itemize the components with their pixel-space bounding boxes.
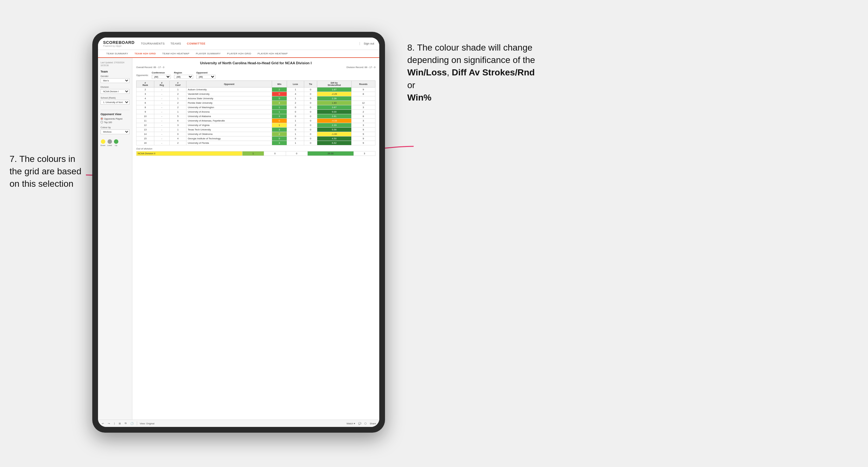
cell-rounds: 3 bbox=[351, 123, 375, 128]
cell-rank: 9 bbox=[136, 110, 154, 114]
table-row: 3 - 2 Vanderbilt University 0 4 0 -2.29 … bbox=[136, 92, 375, 96]
opponent-select[interactable]: (All) bbox=[196, 75, 215, 79]
subnav-player-summary[interactable]: PLAYER SUMMARY bbox=[192, 50, 224, 57]
cell-diff: 4.50 bbox=[317, 136, 351, 141]
division-label: Division bbox=[100, 86, 129, 88]
cell-loss: 1 bbox=[287, 141, 304, 145]
annotation-right: 8. The colour shade will change dependin… bbox=[407, 41, 541, 104]
opponent-view-title: Opponent View bbox=[100, 113, 129, 116]
toolbar-divider bbox=[137, 422, 137, 425]
radio-label-opponents: Opponents Played bbox=[104, 118, 123, 120]
tablet-screen: SCOREBOARD Powered by clippd TOURNAMENTS… bbox=[98, 37, 379, 427]
table-row: 14 - 0 University of Oklahoma 2 1 0 -1.0… bbox=[136, 132, 375, 136]
nav-teams[interactable]: TEAMS bbox=[170, 42, 181, 45]
team-section-title: Team bbox=[100, 70, 129, 73]
cell-tie: 0 bbox=[304, 128, 317, 132]
cell-win: 1 bbox=[272, 105, 287, 110]
division-select[interactable]: NCAA Division I bbox=[100, 89, 129, 94]
school-select[interactable]: 1. University of Nort... bbox=[100, 100, 129, 105]
subnav-team-h2h-grid[interactable]: TEAM H2H GRID bbox=[131, 50, 159, 58]
last-updated: Last Updated: 27/03/2024 16:55:38 bbox=[100, 61, 129, 67]
cell-win: 3 bbox=[272, 114, 287, 119]
cell-opponent: Texas Tech University bbox=[186, 128, 272, 132]
last-updated-date: Last Updated: 27/03/2024 bbox=[100, 61, 124, 64]
comment-btn[interactable]: 💬 bbox=[358, 422, 361, 425]
bottom-toolbar: ↩ ↪ ⟩ ⊞ ⧉ 🕐 View: Original Watch ▾ 💬 ⬡ S… bbox=[98, 419, 379, 427]
watch-btn[interactable]: Watch ▾ bbox=[346, 422, 355, 425]
table-row: 15 - 4 Georgia Institute of Technology 5… bbox=[136, 136, 375, 141]
gender-select[interactable]: Men's bbox=[100, 78, 129, 83]
ood-tie: 0 bbox=[286, 151, 307, 156]
colour-by-label: Colour by bbox=[100, 126, 129, 129]
toolbar-crop[interactable]: ⊞ bbox=[118, 422, 122, 425]
cell-opponent: Florida State University bbox=[186, 101, 272, 105]
cell-reg: - bbox=[154, 141, 169, 145]
radio-opponents-played[interactable]: Opponents Played bbox=[100, 117, 129, 120]
cell-tie: 0 bbox=[304, 119, 317, 123]
subnav-team-summary[interactable]: TEAM SUMMARY bbox=[103, 50, 131, 57]
table-row: 16 - 2 University of Florida 3 1 0 6.62 … bbox=[136, 141, 375, 145]
table-header-row: #Rank #Reg #Conf Opponent Win Loss Tie D… bbox=[136, 81, 375, 88]
overall-record: Overall Record: 89 - 17 - 0 bbox=[136, 66, 164, 69]
cell-rounds: 3 bbox=[351, 105, 375, 110]
last-updated-time: 16:55:38 bbox=[100, 64, 108, 66]
cell-reg: - bbox=[154, 132, 169, 136]
toolbar-redo[interactable]: ↪ bbox=[107, 422, 111, 425]
cell-opponent: Auburn University bbox=[186, 88, 272, 92]
share-btn[interactable]: Share bbox=[370, 422, 376, 425]
cell-loss: 0 bbox=[287, 105, 304, 110]
cell-tie: 0 bbox=[304, 114, 317, 119]
legend-label-up: Up bbox=[115, 145, 117, 146]
cell-rounds: 3 bbox=[351, 119, 375, 123]
conference-select[interactable]: (All) bbox=[152, 75, 171, 79]
nav-committee[interactable]: COMMITTEE bbox=[187, 42, 206, 45]
cell-conf: 6 bbox=[169, 119, 186, 123]
out-of-division-row: NCAA Division II 1 0 0 26.00 3 bbox=[136, 151, 375, 156]
annotation-bold1: Win/Loss bbox=[407, 67, 447, 77]
toolbar-forward[interactable]: ⟩ bbox=[113, 422, 116, 425]
top-nav: SCOREBOARD Powered by clippd TOURNAMENTS… bbox=[98, 37, 379, 50]
cell-conf: 4 bbox=[169, 136, 186, 141]
ood-win: 1 bbox=[242, 151, 264, 156]
cell-tie: 0 bbox=[304, 141, 317, 145]
toolbar-clock[interactable]: 🕐 bbox=[130, 422, 134, 425]
filter-row: Opponents: Conference (All) Region (All) bbox=[136, 71, 375, 79]
cell-rank: 15 bbox=[136, 136, 154, 141]
filter-conference: Conference (All) bbox=[152, 71, 171, 79]
cell-loss: 0 bbox=[287, 136, 304, 141]
cell-loss: 2 bbox=[287, 123, 304, 128]
toolbar-undo[interactable]: ↩ bbox=[101, 422, 105, 425]
cell-rounds bbox=[351, 96, 375, 101]
radio-dot-top100 bbox=[100, 121, 103, 123]
cell-conf: 5 bbox=[169, 114, 186, 119]
colour-by-select[interactable]: Win/loss bbox=[100, 129, 129, 134]
subnav-team-h2h-heatmap[interactable]: TEAM H2H HEATMAP bbox=[159, 50, 193, 57]
region-select[interactable]: (All) bbox=[174, 75, 193, 79]
annotation-bold2: Diff Av Strokes/Rnd bbox=[452, 67, 535, 77]
toolbar-copy[interactable]: ⧉ bbox=[124, 422, 127, 425]
subnav-player-h2h-grid[interactable]: PLAYER H2H GRID bbox=[224, 50, 254, 57]
annotation-bold3: Win% bbox=[407, 93, 431, 102]
cell-rank: 4 bbox=[136, 96, 154, 101]
nav-tournaments[interactable]: TOURNAMENTS bbox=[141, 42, 165, 45]
cell-tie: 0 bbox=[304, 101, 317, 105]
cell-rank: 2 bbox=[136, 88, 154, 92]
cell-diff: -2.29 bbox=[317, 92, 351, 96]
cell-rounds: 12 bbox=[351, 101, 375, 105]
cell-loss: 1 bbox=[287, 96, 304, 101]
radio-top100[interactable]: Top 100 bbox=[100, 121, 129, 123]
subnav-player-h2h-heatmap[interactable]: PLAYER H2H HEATMAP bbox=[254, 50, 291, 57]
cell-win: 3 bbox=[272, 141, 287, 145]
cell-opponent: University of Arkansas, Fayetteville bbox=[186, 119, 272, 123]
cell-reg: - bbox=[154, 114, 169, 119]
cell-tie: 0 bbox=[304, 136, 317, 141]
tablet-frame: SCOREBOARD Powered by clippd TOURNAMENTS… bbox=[92, 32, 385, 433]
cell-reg: - bbox=[154, 101, 169, 105]
cell-opponent: University of Washington bbox=[186, 105, 272, 110]
cell-loss: 0 bbox=[287, 114, 304, 119]
cell-win: 2 bbox=[272, 88, 287, 92]
table-row: 10 - 5 University of Alabama 3 0 0 2.61 … bbox=[136, 114, 375, 119]
sign-out-link[interactable]: Sign out bbox=[360, 42, 374, 45]
cell-tie: 0 bbox=[304, 96, 317, 101]
share-icon[interactable]: ⬡ bbox=[364, 422, 367, 425]
